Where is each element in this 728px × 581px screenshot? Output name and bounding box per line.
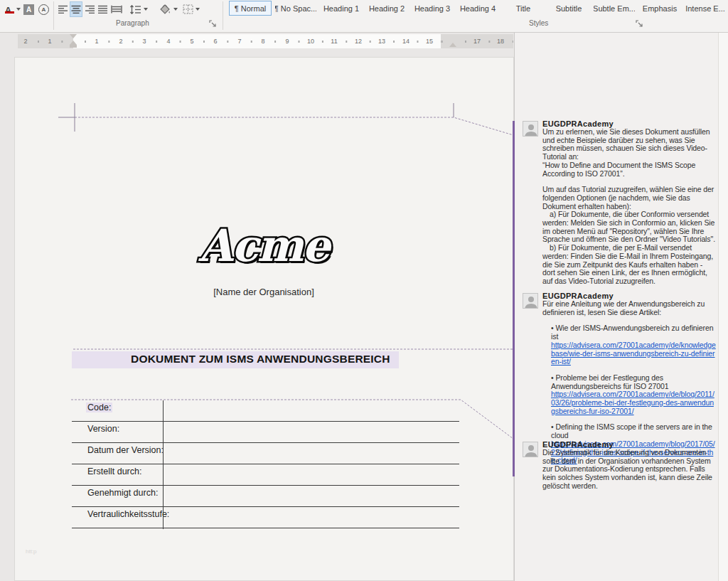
table-row-label: Genehmigt durch: [87, 488, 158, 498]
table-row[interactable]: Genehmigt durch: [72, 486, 459, 507]
ruler-mark: 12 [355, 34, 362, 48]
word-window: A A A [0, 0, 728, 581]
ruler-mark: 2 [119, 34, 122, 48]
line-spacing-button[interactable] [128, 1, 149, 17]
font-color-icon: A [3, 4, 14, 15]
table-row[interactable]: Version: [72, 422, 459, 443]
ruler-mark: 11 [331, 34, 337, 48]
table-row[interactable]: Code: [72, 400, 459, 422]
avatar [523, 121, 538, 137]
person-icon [523, 122, 538, 137]
ruler-mark: 1 [95, 34, 98, 48]
style-chip-emphasis[interactable]: Emphasis [638, 1, 681, 16]
avatar [523, 442, 538, 457]
style-chip-normal[interactable]: ¶ Normal [229, 1, 272, 16]
style-chip-heading1[interactable]: Heading 1 [320, 1, 363, 16]
distribute-text-button[interactable] [109, 1, 124, 17]
align-center-icon [71, 5, 81, 14]
comments-scrollbar[interactable] [718, 33, 728, 581]
ruler-mark: 15 [426, 34, 433, 48]
align-left-icon [58, 5, 68, 14]
table-row-label: Erstellt durch: [87, 467, 141, 476]
first-line-indent-marker[interactable] [70, 34, 77, 38]
align-center-button[interactable] [70, 1, 82, 17]
right-indent-marker[interactable] [449, 43, 456, 47]
document-title-block[interactable]: DOKUMENT ZUM ISMS ANWENDUNGSBEREICH [72, 351, 399, 368]
comments-pane: EUGDPRAcademy Um zu erlernen, wie Sie di… [515, 33, 728, 581]
line-spacing-icon [130, 5, 141, 14]
ruler-mark: 8 [261, 34, 264, 48]
avatar [523, 293, 538, 309]
style-chip-subtle-emphasis[interactable]: Subtle Em... [593, 1, 636, 16]
ribbon: A A A [0, 0, 728, 33]
dialog-launcher-icon [636, 20, 643, 28]
font-color-dropdown-arrow[interactable] [16, 8, 21, 11]
style-chip-subtitle[interactable]: Subtitle [547, 1, 590, 16]
comment-bullet: • Wie der ISMS-Anwendungsbereich zu defi… [551, 324, 717, 341]
comment-paragraph: “How to Define and Document the ISMS Sco… [542, 161, 717, 178]
hanging-indent-marker[interactable] [70, 41, 77, 48]
borders-icon [183, 4, 193, 14]
ruler-mark: 10 [307, 34, 314, 48]
ruler-mark: 4 [166, 34, 170, 48]
borders-dropdown-arrow[interactable] [196, 8, 200, 11]
paragraph-group-label: Paragraph [116, 19, 149, 27]
horizontal-ruler[interactable]: 2 1 1 2 3 4 5 6 7 8 9 10 11 12 13 14 15 … [14, 34, 514, 48]
comment-paragraph: a) Für Dokumente, die über Conformio ver… [542, 210, 717, 244]
justify-icon [98, 5, 108, 14]
comment-link[interactable]: https://advisera.com/27001academy/de/kno… [551, 341, 716, 366]
table-row-label: Vertraulichkeitsstufe: [87, 509, 169, 519]
table-row-label: Code: [86, 403, 112, 412]
ruler-mark: 2 [23, 34, 27, 48]
ruler-mark: 3 [142, 34, 146, 48]
shading-button[interactable] [158, 1, 179, 17]
ruler-text-area [73, 34, 441, 48]
styles-group-label: Styles [529, 19, 548, 27]
enclose-characters-button[interactable]: A [37, 1, 50, 17]
person-icon [523, 294, 538, 309]
person-icon [523, 442, 538, 457]
style-chip-heading2[interactable]: Heading 2 [365, 1, 408, 16]
distribute-text-icon [111, 5, 122, 14]
comment-bullet: • Probleme bei der Festlegung des Anwend… [551, 374, 717, 390]
style-chip-no-spacing[interactable]: ¶ No Spac... [274, 1, 317, 16]
ruler-mark: 7 [237, 34, 241, 48]
align-left-button[interactable] [57, 1, 70, 17]
styles-dialog-launcher[interactable] [636, 20, 644, 28]
ruler-mark: 5 [190, 34, 193, 48]
borders-button[interactable] [181, 1, 202, 17]
ruler-mark: 9 [285, 34, 289, 48]
table-column-divider [163, 400, 164, 529]
organisation-name-placeholder[interactable]: [Name der Organisation] [157, 287, 370, 297]
style-chip-title[interactable]: Title [502, 1, 545, 16]
comment-paragraph: Um auf das Tutorial zuzugreifen, wählen … [542, 186, 717, 210]
comment-paragraph: Für eine Anleitung wie der Anwendungsber… [542, 300, 717, 316]
comment-paragraph: b) Für Dokumente, die per E-Mail versend… [542, 244, 717, 286]
ruler-mark: 6 [213, 34, 217, 48]
comment-link[interactable]: https://advisera.com/27001academy/de/blo… [551, 390, 714, 415]
paragraph-dialog-launcher[interactable] [209, 20, 218, 28]
align-right-icon [85, 5, 95, 14]
style-chip-heading4[interactable]: Heading 4 [456, 1, 499, 16]
table-row-label: Datum der Version: [87, 445, 164, 455]
ruler-mark: 1 [48, 34, 51, 48]
shading-dropdown-arrow[interactable] [173, 8, 178, 11]
comment-bullet: • Defining the ISMS scope if the servers… [551, 423, 717, 439]
table-row[interactable]: Vertraulichkeitsstufe: [72, 507, 459, 528]
font-color-button[interactable]: A [1, 1, 21, 17]
table-row[interactable]: Datum der Version: [72, 443, 459, 464]
style-chip-heading3[interactable]: Heading 3 [411, 1, 454, 16]
group-separator [223, 1, 223, 30]
line-spacing-dropdown-arrow[interactable] [144, 8, 148, 11]
ruler-mark: 14 [402, 34, 410, 48]
align-right-button[interactable] [84, 1, 97, 17]
character-shading-button[interactable]: A [22, 1, 36, 17]
acme-logo: Acme [157, 220, 370, 272]
comment-paragraph: Um zu erlernen, wie Sie dieses Dokument … [542, 128, 717, 161]
ruler-mark: 17 [473, 34, 481, 48]
table-row[interactable]: Erstellt durch: [72, 464, 459, 486]
document-page[interactable]: Acme [Name der Organisation] DOKUMENT ZU… [14, 57, 514, 581]
style-chip-intense-emphasis[interactable]: Intense E... [684, 1, 727, 16]
justify-button[interactable] [97, 1, 109, 17]
character-shading-icon: A [23, 4, 34, 15]
